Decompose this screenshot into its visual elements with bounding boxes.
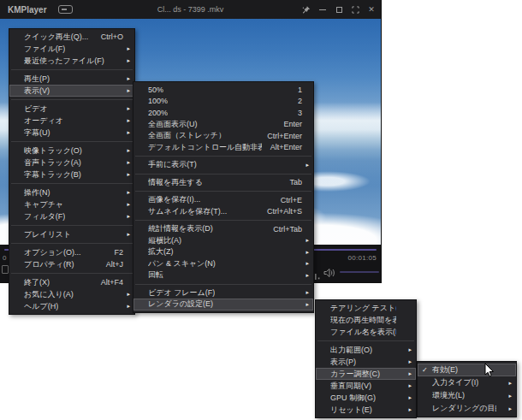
close-icon[interactable]: ✕ — [367, 4, 376, 15]
menu-item[interactable]: ファイル名を表示(F) — [316, 326, 416, 338]
menu-item[interactable]: 字幕(U)▸ — [9, 127, 134, 139]
menu-item[interactable]: お気に入り(A)▸ — [9, 288, 134, 300]
check-icon: ✓ — [422, 366, 428, 374]
submenu-arrow-icon: ▸ — [123, 231, 130, 238]
menu-item[interactable]: 情報を再生するTab — [133, 177, 313, 189]
menu-item-label: 統計情報を表示(D) — [148, 223, 213, 234]
menu-item[interactable]: リセット(E)▸ — [316, 404, 416, 416]
menu-item[interactable]: オーディオ▸ — [9, 115, 134, 127]
menu-item[interactable]: 最近使ったファイル(F)▸ — [9, 55, 134, 67]
titlebar-buttons: ✕ — [302, 0, 376, 19]
menu-item[interactable]: 字幕トラック(B)▸ — [9, 169, 134, 180]
menu-separator — [11, 99, 133, 100]
menu-item-label: 映像トラック(O) — [24, 145, 82, 157]
menu-item-label: パン & スキャン(N) — [148, 258, 216, 269]
menu-item[interactable]: ✓有効(E) — [418, 364, 516, 376]
submenu-arrow-icon: ▸ — [302, 249, 309, 256]
menu-separator — [11, 69, 133, 70]
menu-item-label: 再生(P) — [24, 74, 50, 85]
menu-item-label: 音声トラック(A) — [24, 157, 81, 169]
fullscreen-icon[interactable] — [351, 4, 359, 15]
menu-item[interactable]: 統計情報を表示(D)Ctrl+Tab — [133, 223, 313, 235]
submenu-arrow-icon: ▸ — [123, 159, 130, 166]
menu-item[interactable]: キャプチャ▸ — [9, 198, 134, 210]
menu-item-shortcut: F2 — [105, 248, 123, 257]
menu-item[interactable]: 表示(P)▸ — [316, 356, 416, 368]
menu-item[interactable]: 終了(X)Alt+F4 — [9, 276, 134, 288]
menu-item[interactable]: 画像を保存(I)...Ctrl+E — [133, 194, 313, 206]
submenu-arrow-icon: ▸ — [302, 162, 309, 169]
menu-item[interactable]: サムネイルを保存(T)...Ctrl+Alt+S — [133, 206, 313, 218]
view-submenu: 50%1100%2200%3全画面表示(U)Enter全画面（ストレッチ）Ctr… — [133, 81, 314, 313]
menu-item[interactable]: プロパティ(R)Alt+J — [9, 258, 134, 270]
menu-item[interactable]: カラー調整(C)▸ — [316, 368, 416, 380]
submenu-arrow-icon: ▸ — [302, 237, 309, 244]
menu-item[interactable]: GPU 制御(G)▸ — [316, 392, 416, 404]
menu-item[interactable]: ファイル(F)▸ — [9, 43, 134, 55]
menu-item[interactable]: 環境光(L)▸ — [418, 389, 516, 402]
volume-slider[interactable] — [340, 271, 379, 273]
menu-item-label: GPU 制御(G) — [330, 393, 376, 404]
menu-item[interactable]: 操作(N)▸ — [9, 186, 134, 198]
minimize-icon[interactable] — [318, 4, 327, 15]
menu-separator — [317, 340, 414, 341]
menu-item[interactable]: デフォルトコントロール自動非表示モードAlt+Enter — [133, 142, 313, 154]
menu-item-label: 表示(V) — [24, 86, 50, 97]
menu-item[interactable]: ビデオ フレーム(F)▸ — [133, 287, 313, 299]
menu-item-shortcut: Alt+F4 — [92, 278, 123, 287]
menu-item-label: リセット(E) — [330, 405, 372, 416]
menu-item[interactable]: 100%2 — [133, 96, 313, 108]
screen: KMPlayer Cl... ds - 7399 .mkv ✕ — [0, 0, 522, 420]
menu-item-shortcut: 1 — [289, 86, 302, 94]
menu-item[interactable]: 音声トラック(A)▸ — [9, 157, 134, 169]
menu-item[interactable]: クイック再生(Q)...Ctrl+O — [9, 31, 134, 43]
menu-item[interactable]: プレイリスト▸ — [9, 228, 134, 240]
menu-item[interactable]: 出力範囲(O)▸ — [316, 344, 416, 356]
menu-item[interactable]: 垂直同期(V)▸ — [316, 380, 416, 392]
menu-item[interactable]: オプション(O)...F2 — [9, 246, 134, 258]
menu-item-label: 終了(X) — [24, 277, 50, 288]
menu-item[interactable]: パン & スキャン(N)▸ — [133, 258, 313, 270]
submenu-arrow-icon: ▸ — [405, 358, 412, 365]
always-on-top-pin-icon[interactable] — [302, 4, 311, 15]
menu-item-label: カラー調整(C) — [330, 369, 380, 380]
menu-item[interactable]: 手前に表示(T)▸ — [133, 159, 313, 171]
menu-item[interactable]: 全画面表示(U)Enter — [133, 119, 313, 131]
submenu-arrow-icon: ▸ — [405, 394, 412, 401]
menu-item-label: 字幕(U) — [24, 127, 50, 139]
menu-item[interactable]: 再生(P)▸ — [9, 73, 134, 85]
menu-item[interactable]: ヘルプ(H)▸ — [9, 300, 134, 312]
submenu-arrow-icon: ▸ — [405, 370, 412, 377]
menu-item[interactable]: フィルタ(F)▸ — [9, 210, 134, 222]
color-adjustment-submenu: ✓有効(E)入力タイプ(I)▸環境光(L)▸レンダリングの目的(R)▸ — [417, 361, 517, 417]
menu-item[interactable]: 縦横比(A)▸ — [133, 235, 313, 247]
menu-item[interactable]: ビデオ▸ — [9, 103, 134, 115]
menu-item-label: フィルタ(F) — [24, 211, 65, 222]
menu-item[interactable]: 入力タイプ(I)▸ — [418, 376, 516, 389]
control-button-partial[interactable] — [2, 265, 9, 274]
menu-item[interactable]: 映像トラック(O)▸ — [9, 145, 134, 157]
menu-item-label: レンダリングの目的(R) — [432, 403, 496, 414]
menu-separator — [135, 284, 311, 285]
menu-item[interactable]: 50%1 — [133, 84, 313, 96]
menu-item[interactable]: 表示(V)▸ — [9, 85, 134, 97]
window-titlebar[interactable]: KMPlayer Cl... ds - 7399 .mkv ✕ — [0, 0, 381, 19]
restore-icon[interactable] — [335, 4, 343, 15]
menu-item-shortcut: Ctrl+O — [92, 33, 123, 41]
menu-item[interactable]: 全画面（ストレッチ）Ctrl+Enter — [133, 130, 313, 142]
menu-item[interactable]: レンダリングの目的(R)▸ — [418, 402, 516, 415]
submenu-arrow-icon: ▸ — [302, 260, 309, 267]
menu-separator — [11, 243, 133, 244]
volume-speaker-icon[interactable] — [323, 266, 335, 281]
menu-item[interactable]: 拡大(Z)▸ — [133, 246, 313, 258]
menu-item-shortcut: Ctrl+Enter — [258, 132, 302, 140]
menu-item-label: 出力範囲(O) — [330, 345, 372, 356]
menu-item-shortcut: Tab — [281, 178, 302, 186]
menu-item[interactable]: 現在の再生時間を表示(I) — [316, 314, 416, 326]
menu-item[interactable]: 200%3 — [133, 107, 313, 119]
menu-item[interactable]: レンダラの設定(E)▸ — [133, 299, 313, 311]
menu-item[interactable]: テアリング テスト(T) — [316, 302, 416, 314]
submenu-arrow-icon: ▸ — [123, 129, 130, 136]
miniplayer-icon[interactable] — [58, 5, 73, 14]
menu-item[interactable]: 回転▸ — [133, 269, 313, 281]
